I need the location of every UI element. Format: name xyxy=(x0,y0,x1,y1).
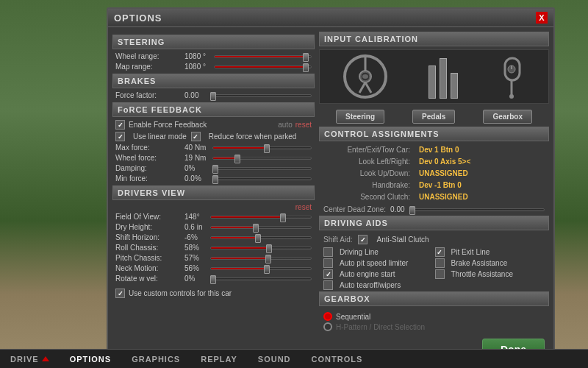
sequential-radio[interactable] xyxy=(323,312,332,321)
tab-sound[interactable]: SOUND xyxy=(248,351,301,367)
shift-horizon-row: Shift Horizon: -6% xyxy=(112,233,315,241)
assignment-value-1[interactable]: Dev 0 Axis 5>< xyxy=(415,156,549,168)
assignment-value-4[interactable]: UNASSIGNED xyxy=(415,191,549,203)
engine-start-checkbox[interactable] xyxy=(323,269,333,279)
tab-options[interactable]: OPTIONS xyxy=(60,351,122,367)
wheel-range-slider[interactable] xyxy=(214,55,312,58)
tab-graphics[interactable]: GRAPHICS xyxy=(121,351,190,367)
replay-tab-label: REPLAY xyxy=(201,355,237,364)
pitch-chassis-slider[interactable] xyxy=(210,257,312,260)
calibration-buttons: Steering Pedals Gearbox xyxy=(319,107,549,127)
ffb-reset-link[interactable]: reset xyxy=(295,121,312,129)
damping-slider[interactable] xyxy=(212,167,312,170)
custom-controls-checkbox[interactable] xyxy=(115,289,125,298)
engine-start-label: Auto engine start xyxy=(340,270,395,278)
pit-speed-checkbox[interactable] xyxy=(323,258,333,268)
dry-height-row: Dry Height: 0.6 in xyxy=(112,223,315,231)
drivers-view-reset-area: reset xyxy=(112,203,315,211)
auto-reset-area: auto reset xyxy=(278,121,312,129)
tab-controls[interactable]: CONTROLS xyxy=(301,351,373,367)
brake-assistance-label: Brake Assistance xyxy=(451,259,508,267)
aid-item-pit-exit: Pit Exit Line xyxy=(435,247,545,257)
wheel-force-label: Wheel force: xyxy=(115,154,182,162)
driving-aids-grid: Driving Line Pit Exit Line Auto pit spee… xyxy=(319,246,549,291)
reduce-force-checkbox[interactable] xyxy=(191,132,201,141)
hpattern-radio[interactable] xyxy=(323,322,332,331)
rotate-vel-label: Rotate w vel: xyxy=(115,275,182,283)
pitch-chassis-row: Pitch Chassis: 57% xyxy=(112,254,315,262)
dry-height-slider[interactable] xyxy=(210,226,312,229)
dry-height-value: 0.6 in xyxy=(184,223,210,231)
fov-slider[interactable] xyxy=(210,216,312,219)
force-feedback-header: FoRCE FEEDBACK xyxy=(112,102,315,117)
wheel-range-row: Wheel range: 1080 ° xyxy=(112,52,315,60)
fov-row: Field Of View: 148° xyxy=(112,213,315,221)
driving-aids-header: DRIVING AIDS xyxy=(319,216,549,230)
steering-cal-button[interactable]: Steering xyxy=(336,110,384,124)
min-force-slider[interactable] xyxy=(212,177,312,180)
pedal-bar-2 xyxy=(440,58,447,99)
svg-point-6 xyxy=(362,74,368,79)
drive-tab-label: DRIVE xyxy=(10,355,39,364)
damping-label: Damping: xyxy=(115,164,182,172)
wheel-range-label: Wheel range: xyxy=(115,52,182,60)
pedals-icon xyxy=(429,54,458,99)
custom-controls-row: Use custom controls for this car xyxy=(112,289,315,298)
min-force-value: 0.0% xyxy=(184,174,212,183)
cdz-slider[interactable] xyxy=(409,208,545,211)
roll-chassis-slider[interactable] xyxy=(210,247,312,250)
graphics-tab-label: GRAPHICS xyxy=(132,355,180,364)
brake-assistance-checkbox[interactable] xyxy=(435,258,445,268)
hpattern-label: H-Pattern / Direct Selection xyxy=(336,323,425,331)
wheel-range-value: 1080 ° xyxy=(184,52,214,60)
throttle-assistance-checkbox[interactable] xyxy=(435,269,445,279)
assignment-value-2[interactable]: UNASSIGNED xyxy=(415,168,549,180)
max-force-label: Max force: xyxy=(115,144,182,152)
brakes-header: BRAKES xyxy=(112,74,315,88)
shift-horizon-slider[interactable] xyxy=(210,236,312,239)
assignment-label-3: Handbrake: xyxy=(319,180,415,191)
roll-chassis-value: 58% xyxy=(184,244,210,252)
options-dialog: OPTIONS X STEERING Wheel range: 1080 ° M… xyxy=(107,7,555,355)
left-panel: STEERING Wheel range: 1080 ° Map range: … xyxy=(112,32,315,347)
shift-aid-checkbox[interactable] xyxy=(358,235,368,244)
tab-replay[interactable]: REPLAY xyxy=(190,351,248,367)
input-calibration-area xyxy=(319,49,549,104)
map-range-slider[interactable] xyxy=(214,66,312,68)
driving-line-label: Driving Line xyxy=(340,248,379,256)
assignment-label-1: Look Left/Right: xyxy=(319,156,415,168)
roll-chassis-row: Roll Chassis: 58% xyxy=(112,244,315,252)
drivers-view-reset-link[interactable]: reset xyxy=(295,203,312,211)
tearoff-checkbox[interactable] xyxy=(323,280,333,290)
rotate-vel-slider[interactable] xyxy=(210,277,312,280)
ffb-enable-row: Enable Force Feedback auto reset xyxy=(112,120,315,130)
pit-exit-checkbox[interactable] xyxy=(435,247,445,257)
controls-tab-label: CONTROLS xyxy=(312,355,363,364)
close-button[interactable]: X xyxy=(536,12,548,24)
svg-line-4 xyxy=(365,82,371,93)
drive-tab-arrow xyxy=(42,356,49,361)
force-factor-slider[interactable] xyxy=(210,94,312,97)
neck-motion-slider[interactable] xyxy=(210,267,312,270)
aid-item-tearoff: Auto tearoff/wipers xyxy=(323,280,434,290)
max-force-slider[interactable] xyxy=(212,146,312,149)
linear-mode-checkbox[interactable] xyxy=(115,132,125,141)
enable-ffb-checkbox[interactable] xyxy=(115,120,125,130)
assignment-value-0[interactable]: Dev 1 Btn 0 xyxy=(415,144,549,156)
bottom-bar: DRIVE OPTIONS GRAPHICS REPLAY SOUND CONT… xyxy=(0,349,588,368)
shift-aid-row: Shift Aid: Anti-Stall Clutch xyxy=(319,233,549,246)
reduce-force-label: Reduce force when parked xyxy=(209,132,297,141)
tearoff-label: Auto tearoff/wipers xyxy=(340,281,401,289)
pedal-bar-1 xyxy=(429,66,436,99)
throttle-assistance-label: Throttle Assistance xyxy=(451,270,513,278)
pedals-cal-button[interactable]: Pedals xyxy=(412,110,455,124)
assignment-value-3[interactable]: Dev -1 Btn 0 xyxy=(415,180,549,191)
tab-drive[interactable]: DRIVE xyxy=(0,351,60,367)
shift-horizon-label: Shift Horizon: xyxy=(115,233,182,241)
driving-line-checkbox[interactable] xyxy=(323,247,333,257)
map-range-label: Map range: xyxy=(115,63,182,71)
gearbox-cal-button[interactable]: Gearbox xyxy=(483,110,532,124)
wheel-force-slider[interactable] xyxy=(212,157,312,160)
assignment-row: Handbrake: Dev -1 Btn 0 xyxy=(319,180,549,191)
fov-label: Field Of View: xyxy=(115,213,182,221)
